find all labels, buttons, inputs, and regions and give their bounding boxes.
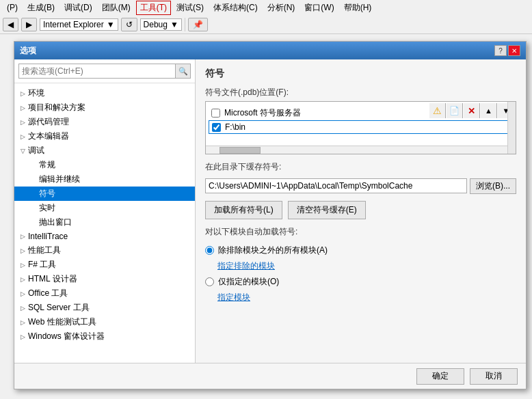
tree-label: 常规: [39, 159, 192, 171]
file-checkbox-microsoft[interactable]: [211, 109, 220, 118]
tree-arrow-icon: [28, 217, 39, 228]
tree-item-symbol[interactable]: 符号: [14, 187, 195, 201]
clear-cache-button[interactable]: 清空符号缓存(E): [288, 201, 366, 219]
tree-item-normal[interactable]: 常规: [14, 158, 195, 172]
link-specify-modules[interactable]: 指定模块: [217, 292, 516, 303]
cache-path-row: 浏览(B)...: [205, 178, 516, 194]
horizontal-scrollbar[interactable]: [206, 146, 507, 154]
menu-item-tools[interactable]: 工具(T): [136, 1, 171, 15]
tree-label: 环境: [28, 87, 192, 99]
forward-button[interactable]: ▶: [21, 18, 37, 31]
tree-item-project[interactable]: ▷ 项目和解决方案: [14, 100, 195, 115]
dialog-title: 选项: [20, 45, 36, 57]
debug-dropdown[interactable]: Debug ▼: [140, 18, 182, 31]
options-dialog: 选项 ? ✕ 🔍 ▷ 环境 ▷ 项目和: [14, 41, 527, 389]
tree-item-web[interactable]: ▷ Web 性能测试工具: [14, 315, 195, 329]
tree-item-html[interactable]: ▷ HTML 设计器: [14, 272, 195, 286]
file-entry-fbin[interactable]: F:\bin: [209, 120, 513, 134]
search-input[interactable]: [18, 64, 176, 79]
menu-item-help[interactable]: 帮助(H): [340, 1, 376, 15]
radio-row-1[interactable]: 除排除模块之外的所有模块(A): [205, 245, 516, 256]
debug-arrow-icon: ▼: [170, 20, 178, 29]
menu-item-team[interactable]: 团队(M): [98, 1, 135, 15]
menu-item-analyze[interactable]: 分析(N): [263, 1, 300, 15]
up-button[interactable]: ▲: [481, 103, 497, 118]
debug-label: Debug: [144, 20, 168, 29]
tree-item-intellitrace[interactable]: ▷ IntelliTrace: [14, 230, 195, 243]
auto-load-section: 对以下模块自动加载符号: 除排除模块之外的所有模块(A) 指定排除的模块 仅指定…: [205, 226, 516, 303]
browser-dropdown[interactable]: Internet Explorer ▼: [40, 18, 118, 31]
link-exclude-modules[interactable]: 指定排除的模块: [217, 260, 516, 272]
dialog-close-button[interactable]: ✕: [508, 45, 520, 56]
tree-item-realtime[interactable]: 实时: [14, 201, 195, 215]
tree-label: HTML 设计器: [28, 273, 192, 285]
radio-row-2[interactable]: 仅指定的模块(O): [205, 276, 516, 288]
load-all-button[interactable]: 加载所有符号(L): [205, 201, 282, 219]
tree-label: F# 工具: [28, 259, 192, 271]
cancel-button[interactable]: 取消: [470, 368, 518, 385]
tree-label: 性能工具: [28, 245, 192, 256]
tree-arrow-icon: ▷: [17, 260, 28, 271]
tree-item-source[interactable]: ▷ 源代码管理: [14, 115, 195, 129]
back-button[interactable]: ◀: [3, 18, 18, 31]
tree-item-sql[interactable]: ▷ SQL Server 工具: [14, 301, 195, 315]
cache-path-input[interactable]: [205, 178, 467, 193]
tree-item-office[interactable]: ▷ Office 工具: [14, 286, 195, 301]
radio-specific-modules[interactable]: [205, 277, 214, 286]
menu-item-test[interactable]: 测试(S): [172, 1, 208, 15]
tree-label: 编辑并继续: [39, 174, 192, 185]
vertical-scrollbar[interactable]: [507, 102, 516, 154]
warning-button[interactable]: ⚠: [429, 103, 446, 118]
tree-label: Office 工具: [28, 288, 192, 299]
menu-item-p[interactable]: (P): [3, 1, 22, 14]
tree-item-winforms[interactable]: ▷ Windows 窗体设计器: [14, 329, 195, 344]
tree-arrow-icon: ▽: [17, 146, 28, 156]
tree-item-fsharp[interactable]: ▷ F# 工具: [14, 258, 195, 272]
radio-all-label: 除排除模块之外的所有模块(A): [218, 245, 328, 256]
menu-item-window[interactable]: 窗口(W): [300, 1, 338, 15]
file-label-fbin: F:\bin: [225, 122, 245, 132]
up-arrow-icon: ▲: [485, 107, 492, 115]
tree-label: 源代码管理: [28, 116, 192, 128]
tree-arrow-icon: ▷: [17, 288, 28, 299]
cache-label: 在此目录下缓存符号:: [205, 161, 516, 173]
tree-arrow-icon: ▷: [17, 274, 28, 285]
tree-item-huanjing[interactable]: ▷ 环境: [14, 86, 195, 100]
delete-icon: ✕: [468, 106, 475, 116]
refresh-button[interactable]: ↺: [121, 18, 137, 31]
file-checkbox-fbin[interactable]: [212, 123, 221, 132]
tree-label: Windows 窗体设计器: [28, 331, 192, 342]
ok-button[interactable]: 确定: [416, 368, 464, 385]
menu-bar: (P) 生成(B) 调试(D) 团队(M) 工具(T) 测试(S) 体系结构(C…: [0, 0, 532, 15]
tree-arrow-icon: ▷: [17, 131, 28, 142]
delete-button[interactable]: ✕: [464, 103, 480, 118]
right-title: 符号: [205, 68, 516, 80]
tree-item-debug[interactable]: ▽ 调试: [14, 143, 195, 158]
tree-label: IntelliTrace: [28, 232, 192, 241]
tree-item-throw[interactable]: 抛出窗口: [14, 215, 195, 230]
toolbar: ◀ ▶ Internet Explorer ▼ ↺ Debug ▼ 📌: [0, 15, 532, 34]
warning-icon: ⚠: [433, 105, 442, 116]
tree-arrow-icon: ▷: [17, 117, 28, 128]
dialog-help-button[interactable]: ?: [494, 45, 507, 56]
dialog-footer: 确定 取消: [14, 363, 526, 389]
action-buttons: 加载所有符号(L) 清空符号缓存(E): [205, 201, 516, 219]
tree-item-texteditor[interactable]: ▷ 文本编辑器: [14, 129, 195, 143]
h-scrollbar-thumb[interactable]: [220, 147, 261, 154]
menu-item-arch[interactable]: 体系结构(C): [209, 1, 262, 15]
dialog-controls: ? ✕: [494, 45, 520, 56]
tree-arrow-icon: [28, 174, 39, 185]
file-button[interactable]: 📄: [447, 103, 463, 118]
radio-specific-label: 仅指定的模块(O): [218, 276, 279, 288]
menu-item-debug[interactable]: 调试(D): [60, 1, 96, 15]
browse-button[interactable]: 浏览(B)...: [470, 178, 516, 194]
tree-item-perf[interactable]: ▷ 性能工具: [14, 243, 195, 258]
radio-all-modules[interactable]: [205, 246, 214, 255]
search-icon-button[interactable]: 🔍: [176, 64, 191, 79]
symbol-toolbar: ⚠ 📄 ✕ ▲ ▼: [429, 103, 514, 118]
tree-item-editcontinue[interactable]: 编辑并继续: [14, 172, 195, 187]
menu-item-build[interactable]: 生成(B): [23, 1, 59, 15]
tree-arrow-icon: ▷: [17, 102, 28, 113]
pin-button[interactable]: 📌: [188, 18, 208, 31]
tree-arrow-icon: ▷: [17, 317, 28, 328]
